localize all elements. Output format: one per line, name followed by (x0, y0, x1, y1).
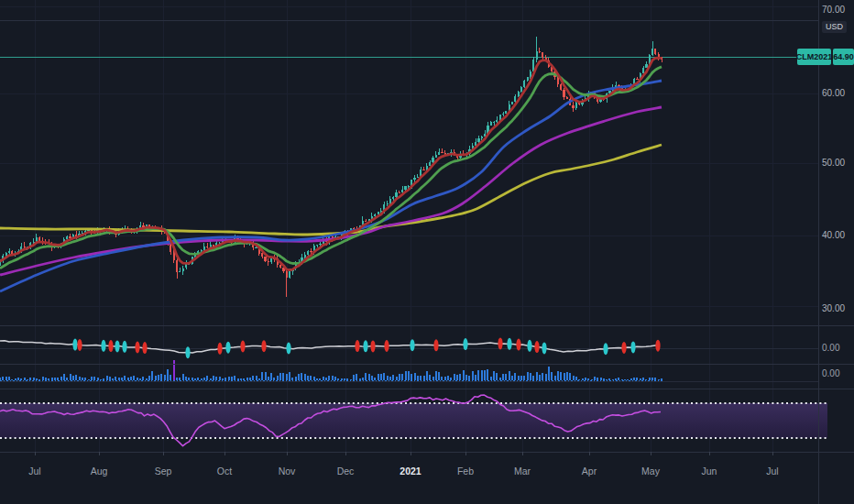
time-label-2021: 2021 (400, 466, 421, 477)
pane-zero-label-signal: 0.00 (822, 343, 839, 354)
time-label-mar: Mar (514, 466, 531, 477)
time-label-jul: Jul (766, 466, 778, 477)
time-label-nov: Nov (279, 466, 296, 477)
time-label-jul: Jul (28, 466, 40, 477)
symbol-price-badge-price: 64.90 (833, 49, 854, 65)
time-label-oct: Oct (217, 466, 232, 477)
price-tick-label: 60.00 (822, 88, 845, 99)
signal-markers (72, 337, 660, 358)
horizontal-gridlines (0, 7, 818, 307)
oscillator-band (0, 403, 827, 438)
price-tick-label: 50.00 (822, 158, 845, 169)
time-label-sep: Sep (155, 466, 172, 477)
price-tick-label: 70.00 (822, 5, 845, 16)
time-label-apr: Apr (582, 466, 597, 477)
chart-canvas[interactable] (0, 0, 854, 504)
time-label-jun: Jun (702, 466, 717, 477)
price-tick-label: 40.00 (822, 230, 845, 241)
pane-zero-label-volume: 0.00 (822, 368, 839, 379)
chart-window: 70.0060.0050.0040.0030.000.000.00 JulAug… (0, 0, 854, 504)
price-tick-label: 30.00 (822, 303, 845, 314)
symbol-price-badge-symbol: CLM2021 (797, 49, 831, 65)
currency-unit-chip: USD (822, 21, 847, 33)
time-label-dec: Dec (337, 466, 355, 477)
time-label-feb: Feb (457, 466, 474, 477)
time-label-may: May (641, 466, 660, 477)
time-label-aug: Aug (91, 466, 108, 477)
